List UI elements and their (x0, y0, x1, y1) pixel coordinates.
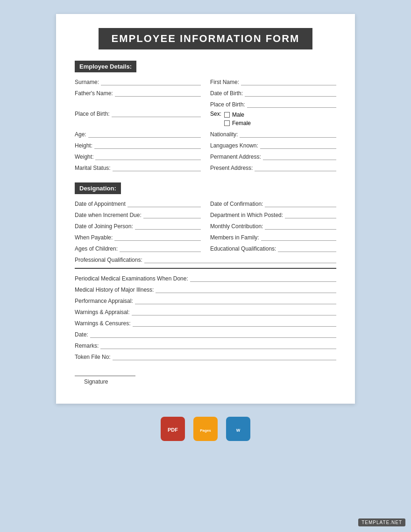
monthly-contribution-label: Monthly Contribution: (210, 223, 263, 230)
sex-female-option[interactable]: Female (224, 120, 251, 126)
professional-qual-field[interactable]: Professional Qualifications: (75, 257, 336, 263)
date-appointment-input[interactable] (128, 201, 201, 207)
sex-male-option[interactable]: Male (224, 112, 251, 118)
medical-history-field[interactable]: Medical History of Major Illness: (75, 287, 336, 293)
performance-appraisal-field[interactable]: Performance Appraisal: (75, 298, 336, 304)
medical-history-input[interactable] (156, 287, 336, 293)
department-field[interactable]: Department in Which Posted: (210, 212, 336, 218)
department-input[interactable] (285, 212, 336, 218)
date-label: Date: (75, 331, 88, 338)
word-icon-button[interactable]: W (226, 417, 250, 441)
dob-input[interactable] (245, 90, 336, 97)
surname-input[interactable] (101, 79, 201, 85)
members-family-field[interactable]: Members in Family: (210, 234, 336, 241)
languages-input[interactable] (260, 142, 336, 149)
periodical-medical-input[interactable] (190, 275, 336, 282)
male-checkbox[interactable] (224, 112, 230, 118)
firstname-input[interactable] (241, 79, 336, 85)
remarks-field[interactable]: Remarks: (75, 343, 336, 349)
educational-qual-input[interactable] (278, 245, 336, 252)
permanent-address-field[interactable]: Permanent Address: (210, 154, 336, 160)
warnings-appraisal-input[interactable] (132, 309, 336, 315)
present-address-field[interactable]: Present Address: (210, 165, 336, 171)
row-joining-contribution: Date of Joining Person: Monthly Contribu… (75, 223, 336, 230)
date-joining-field[interactable]: Date of Joining Person: (75, 223, 201, 230)
place-sex-right: Place of Birth: Sex: Male Female (210, 101, 336, 126)
nationality-input[interactable] (240, 131, 336, 138)
present-address-input[interactable] (255, 165, 336, 171)
employee-details-header: Employee Details: (75, 61, 136, 72)
svg-text:PDF: PDF (168, 427, 178, 433)
performance-appraisal-input[interactable] (135, 298, 336, 304)
performance-appraisal-label: Performance Appraisal: (75, 298, 133, 304)
ages-children-input[interactable] (120, 245, 201, 252)
educational-qual-label: Educational Qualifications: (210, 245, 276, 252)
ages-children-label: Ages of Children: (75, 245, 118, 252)
height-label: Height: (75, 142, 92, 149)
row-weight-permanent: Weight: Permanent Address: (75, 154, 336, 160)
age-label: Age: (75, 131, 86, 138)
firstname-label: First Name: (210, 79, 239, 85)
pages-icon-button[interactable]: Pages (193, 417, 218, 441)
periodical-medical-field[interactable]: Periodical Medical Examinations When Don… (75, 275, 336, 282)
monthly-contribution-field[interactable]: Monthly Contribution: (210, 223, 336, 230)
weight-field[interactable]: Weight: (75, 154, 201, 160)
female-checkbox[interactable] (224, 120, 230, 126)
row-children-education: Ages of Children: Educational Qualificat… (75, 245, 336, 252)
weight-label: Weight: (75, 154, 93, 160)
height-input[interactable] (94, 142, 201, 149)
members-family-input[interactable] (261, 234, 336, 241)
sex-label: Sex: (210, 111, 221, 117)
weight-input[interactable] (95, 154, 201, 160)
dob-label: Date of Birth: (210, 90, 243, 97)
when-payable-input[interactable] (114, 234, 201, 241)
date-joining-input[interactable] (135, 223, 201, 230)
remarks-input[interactable] (100, 343, 336, 349)
token-file-field[interactable]: Token File No: (75, 354, 336, 360)
date-input[interactable] (90, 331, 336, 338)
signature-label: Signature (84, 378, 336, 385)
professional-qual-label: Professional Qualifications: (75, 257, 142, 263)
professional-qual-input[interactable] (144, 257, 336, 263)
languages-field[interactable]: Languages Known: (210, 142, 336, 149)
pdf-icon-button[interactable]: PDF (161, 417, 185, 441)
place-of-birth-left-field[interactable]: Place of Birth: (75, 101, 201, 126)
increment-due-input[interactable] (143, 212, 201, 218)
when-payable-field[interactable]: When Payable: (75, 234, 201, 241)
increment-due-field[interactable]: Date when Increment Due: (75, 212, 201, 218)
form-title-wrapper: EMPLOYEE INFORMATION FORM (75, 28, 336, 49)
permanent-address-label: Permanent Address: (210, 154, 261, 160)
place-of-birth-left-input[interactable] (112, 111, 201, 117)
ages-children-field[interactable]: Ages of Children: (75, 245, 201, 252)
firstname-field[interactable]: First Name: (210, 79, 336, 85)
token-file-label: Token File No: (75, 354, 111, 360)
nationality-field[interactable]: Nationality: (210, 131, 336, 138)
fathers-name-input[interactable] (115, 90, 201, 97)
row-fathers-dob: Father's Name: Date of Birth: (75, 90, 336, 97)
warnings-censures-label: Warnings & Censures: (75, 320, 131, 327)
educational-qual-field[interactable]: Educational Qualifications: (210, 245, 336, 252)
date-appointment-field[interactable]: Date of Appointment (75, 201, 201, 207)
dob-field[interactable]: Date of Birth: (210, 90, 336, 97)
date-confirmation-input[interactable] (265, 201, 336, 207)
sex-female-label: Female (232, 120, 251, 126)
warnings-appraisal-field[interactable]: Warnings & Appraisal: (75, 309, 336, 315)
permanent-address-input[interactable] (263, 154, 336, 160)
fathers-name-field[interactable]: Father's Name: (75, 90, 201, 97)
date-field[interactable]: Date: (75, 331, 336, 338)
present-address-label: Present Address: (210, 165, 253, 171)
age-input[interactable] (88, 131, 201, 138)
date-confirmation-field[interactable]: Date of Confirmation: (210, 201, 336, 207)
marital-status-field[interactable]: Marital Status: (75, 165, 201, 171)
periodical-medical-label: Periodical Medical Examinations When Don… (75, 275, 188, 282)
token-file-input[interactable] (113, 354, 336, 360)
monthly-contribution-input[interactable] (265, 223, 336, 230)
place-of-birth-right-input[interactable] (247, 101, 336, 108)
surname-field[interactable]: Surname: (75, 79, 201, 85)
place-of-birth-right-field[interactable]: Place of Birth: (210, 101, 336, 108)
height-field[interactable]: Height: (75, 142, 201, 149)
warnings-censures-input[interactable] (133, 320, 336, 327)
warnings-censures-field[interactable]: Warnings & Censures: (75, 320, 336, 327)
marital-status-input[interactable] (113, 165, 201, 171)
age-field[interactable]: Age: (75, 131, 201, 138)
